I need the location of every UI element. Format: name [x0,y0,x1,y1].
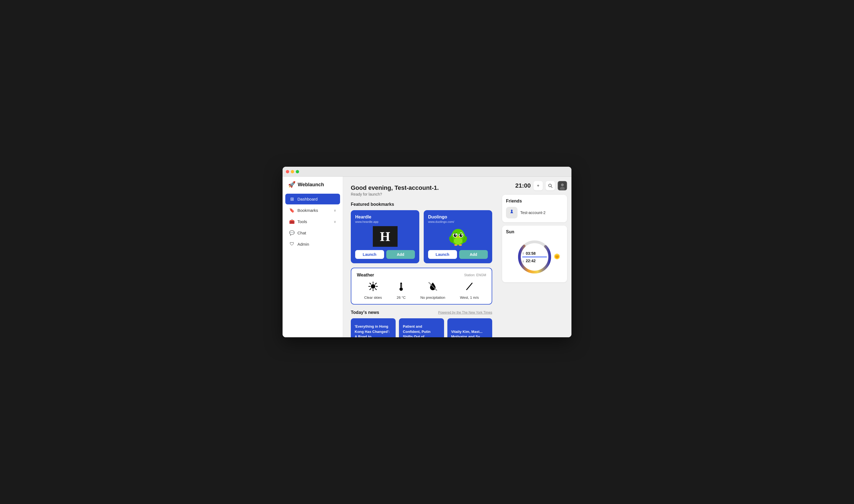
weather-precip-label: No precipitation [420,295,445,300]
heardle-actions: Launch Add [355,250,415,259]
sidebar-item-admin-label: Admin [297,242,309,247]
friends-card: Friends Test-account-2 [502,195,567,222]
svg-point-16 [459,244,462,246]
sidebar-item-dashboard-label: Dashboard [297,197,317,201]
close-button[interactable] [286,170,289,173]
news-grid: 'Everything in Hong Kong Has Changed': A… [351,318,492,337]
svg-point-38 [511,210,512,211]
svg-line-25 [370,289,371,290]
heardle-launch-button[interactable]: Launch [355,250,384,259]
weather-item-temp: 26 °C [397,282,406,300]
avatar-image [559,182,566,190]
sidebar-item-bookmarks-label: Bookmarks [297,208,318,213]
sunset-down-arrow: ↓ [522,258,524,263]
weather-card: Weather Station: ENGM [351,268,492,305]
friend-avatar-1 [506,207,517,218]
weather-item-wind: West, 1 m/s [460,282,479,300]
weather-items: Clear skies 26 °C [357,282,486,300]
sunrise-row: ↑ 03:58 [522,251,547,256]
weather-title: Weather [357,273,374,277]
sun-title: Sun [506,230,563,234]
app-window: 🚀 Weblaunch ⊞ Dashboard 🔖 Bookmarks ∨ 🧰 [283,167,571,337]
tools-icon: 🧰 [289,219,295,224]
weather-station: Station: ENGM [464,273,486,277]
minimize-button[interactable] [291,170,294,173]
sidebar: 🚀 Weblaunch ⊞ Dashboard 🔖 Bookmarks ∨ 🧰 [283,177,343,337]
svg-point-4 [453,234,456,237]
news-header: Today's news Powered by the The New York… [351,310,492,315]
news-card-3[interactable]: Vitaliy Kim, Mast... Motivator and Sy... [447,318,492,337]
sidebar-item-bookmarks[interactable]: 🔖 Bookmarks ∨ [285,205,340,216]
dashboard-icon: ⊞ [289,196,295,202]
add-button[interactable]: + [533,181,543,191]
duolingo-add-button[interactable]: Add [459,250,488,259]
friend-name-1: Test-account-2 [520,211,546,215]
sun-times: ↑ 03:58 ↓ 22:42 [522,251,547,263]
sidebar-item-tools-label: Tools [297,219,307,224]
sunrise-up-arrow: ↑ [522,251,524,256]
svg-line-24 [375,283,376,284]
thermometer-icon [397,282,405,293]
weather-item-precip: No precipitation [420,282,445,300]
traffic-lights [286,170,299,173]
svg-point-15 [454,244,457,246]
heardle-icon-area: H [355,226,415,247]
bookmark-card-duolingo: Duolingo www.duolingo.com/ [424,210,492,263]
wind-icon [465,282,474,293]
bookmark-card-heardle: Heardle www.heardle.app H Launch Add [351,210,419,263]
friends-title: Friends [506,199,563,203]
weather-wind-label: West, 1 m/s [460,295,479,300]
sunset-time: 22:42 [526,258,536,263]
greeting-section: Good evening, Test-account-1. Ready for … [351,184,492,196]
sun-weather-icon [368,282,378,293]
duolingo-logo [446,226,471,247]
sidebar-item-chat-label: Chat [297,231,306,235]
friend-item-1: Test-account-2 [506,207,563,218]
app-body: 🚀 Weblaunch ⊞ Dashboard 🔖 Bookmarks ∨ 🧰 [283,177,571,337]
weather-item-sky: Clear skies [364,282,382,300]
heardle-add-button[interactable]: Add [386,250,415,259]
sidebar-item-dashboard[interactable]: ⊞ Dashboard [285,194,340,204]
svg-rect-28 [401,284,402,288]
news-article-1-title: 'Everything in Hong Kong Has Changed': A… [355,324,392,337]
time-display: 21:00 [515,182,531,189]
svg-point-14 [454,237,462,244]
news-article-2-title: Patient and Confident, Putin Shifts Out … [403,324,440,337]
news-card-2[interactable]: Patient and Confident, Putin Shifts Out … [399,318,444,337]
svg-point-35 [561,183,564,186]
app-name: Weblaunch [298,182,324,187]
sun-circle: 🌞 ↑ 03:58 ↓ 22:42 [506,238,563,276]
news-card-1[interactable]: 'Everything in Hong Kong Has Changed': A… [351,318,396,337]
search-icon [548,183,552,188]
heardle-url: www.heardle.app [355,220,415,223]
nyt-link[interactable]: The New York Times [462,311,492,314]
svg-line-31 [467,283,472,290]
sidebar-item-tools[interactable]: 🧰 Tools ∨ [285,216,340,227]
chevron-down-icon: ∨ [334,209,336,212]
sidebar-item-admin[interactable]: 🛡 Admin [285,239,340,249]
search-button[interactable] [546,181,555,191]
duolingo-actions: Launch Add [428,250,488,259]
chat-icon: 💬 [289,230,295,235]
svg-line-23 [375,289,376,290]
news-powered: Powered by the The New York Times [438,311,492,314]
maximize-button[interactable] [296,170,299,173]
sun-divider [522,257,547,257]
svg-line-22 [370,283,371,284]
news-article-3-title: Vitaliy Kim, Mast... Motivator and Sy... [451,329,488,337]
svg-point-17 [371,284,375,289]
sidebar-item-chat[interactable]: 💬 Chat [285,228,340,238]
sunrise-time: 03:58 [526,251,536,256]
right-panel: 21:00 + Friends [500,177,571,337]
weather-sky-label: Clear skies [364,295,382,300]
titlebar [283,167,571,177]
featured-bookmarks-title: Featured bookmarks [351,202,492,207]
bookmarks-icon: 🔖 [289,208,295,213]
duolingo-launch-button[interactable]: Launch [428,250,457,259]
greeting-subtitle: Ready for launch? [351,192,492,196]
chevron-down-icon-tools: ∨ [334,220,336,224]
user-avatar[interactable] [558,181,567,191]
greeting-title: Good evening, Test-account-1. [351,184,492,192]
rocket-icon: 🚀 [288,181,295,188]
top-bar: 21:00 + [502,181,567,191]
